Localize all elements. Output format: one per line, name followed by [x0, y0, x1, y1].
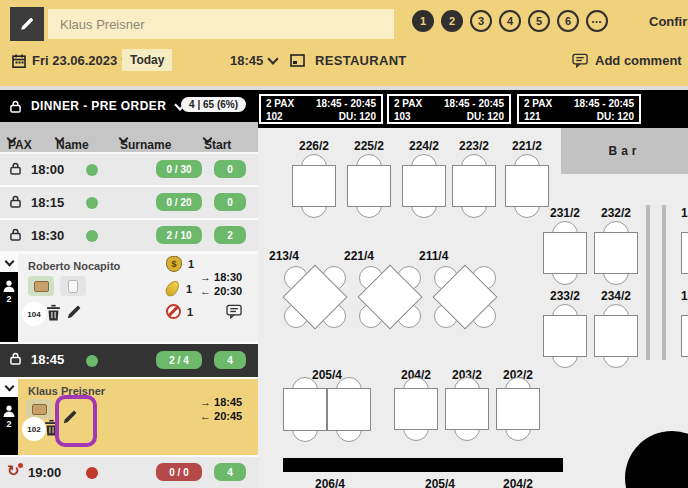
slot-time: 18:45 [31, 352, 64, 367]
confirm-button[interactable]: Confirm [649, 14, 688, 29]
step-4[interactable]: 4 [499, 10, 521, 32]
wall-divider [646, 205, 650, 360]
slot-time: 18:30 [31, 228, 64, 243]
count-badge: 0 [214, 193, 246, 211]
table-225[interactable]: 225/2 [347, 165, 391, 207]
guest-tag-corn: 1 [167, 280, 192, 297]
reservation-list: PAX Name Surname Start 18:00 0 / 30 0 18… [0, 122, 258, 488]
timeslot-row-1900[interactable]: ↻ 19:00 0 / 0 4 [0, 457, 258, 488]
reservation-card-102[interactable]: 2 PAX102 18:45 - 20:45DU: 120 [259, 94, 383, 124]
guest-card-roberto-nocapito[interactable]: 2 Roberto Nocapito 104 $ 1 1 1 [0, 254, 258, 342]
slot-time: 19:00 [28, 465, 61, 480]
calendar-icon [12, 54, 26, 68]
occupancy-badge: 4 | 65 (6%) [181, 97, 246, 112]
guest-card-klaus-preisner[interactable]: 2 Klaus Preisner 102 → 18:45 ← 20:45 [0, 379, 258, 455]
slot-time: 18:00 [31, 162, 64, 177]
timeslot-row-1845[interactable]: 18:45 2 / 4 4 [0, 344, 258, 377]
today-button[interactable]: Today [122, 49, 172, 71]
step-5[interactable]: 5 [528, 10, 550, 32]
guest-rail: 2 [0, 254, 18, 342]
capacity-badge: 2 / 4 [156, 351, 202, 369]
service-title: DINNER - PRE ORDER [31, 99, 166, 113]
venue-selector[interactable]: RESTAURANT [290, 53, 407, 68]
table-203[interactable]: 203/2 [445, 388, 489, 430]
step-1[interactable]: 1 [412, 10, 434, 32]
table-232[interactable]: 232/2 [594, 232, 638, 274]
edit-name-button[interactable] [10, 7, 44, 41]
reservation-card-103[interactable]: 2 PAX103 18:45 - 20:45DU: 120 [387, 94, 511, 124]
table-204[interactable]: 204/2 [394, 388, 438, 430]
drink-tag-icon [60, 276, 86, 296]
add-comment-button[interactable]: Add comment [572, 53, 682, 68]
food-tag-icon [26, 399, 52, 419]
date-selector[interactable]: Fri 23.06.2023 [12, 53, 131, 68]
guest-pax-count: 2 [0, 419, 18, 429]
collapse-button[interactable] [0, 254, 18, 272]
table-202[interactable]: 202/2 [496, 388, 540, 430]
chevron-down-icon [268, 53, 279, 64]
steps-more-button[interactable]: ••• [586, 10, 608, 32]
table-223[interactable]: 223/2 [452, 165, 496, 207]
step-3[interactable]: 3 [470, 10, 492, 32]
guest-times: → 18:30 ← 20:30 [200, 270, 242, 298]
step-2[interactable]: 2 [441, 10, 463, 32]
status-dot [86, 164, 98, 176]
departure-icon: ← [200, 285, 211, 297]
arrival-icon: → [200, 396, 211, 408]
table-234[interactable]: 234/2 [594, 315, 638, 357]
lock-icon [10, 162, 21, 175]
table-partial-right-bottom[interactable]: 13 [681, 315, 688, 357]
lock-icon [10, 195, 21, 208]
reservation-app: 1 2 3 4 5 6 ••• Confirm Fri 23.06.2023 T… [0, 0, 688, 488]
collapse-button[interactable] [0, 379, 18, 397]
reservation-name-input[interactable] [48, 9, 394, 39]
edit-button[interactable] [66, 304, 82, 320]
table-213[interactable]: 213/4 [282, 264, 348, 330]
pencil-icon [19, 16, 35, 32]
timeslot-row-1815[interactable]: 18:15 0 / 20 0 [0, 187, 258, 218]
table-233[interactable]: 233/2 [543, 315, 587, 357]
guest-rail: 2 [0, 379, 18, 455]
venue-label: RESTAURANT [315, 53, 407, 68]
floor-plan: Bar 226/2 225/2 224/2 223/2 221/2 231/2 [258, 128, 688, 488]
comment-icon [572, 53, 589, 68]
capacity-badge: 0 / 0 [156, 463, 202, 481]
capacity-badge: 0 / 30 [156, 160, 202, 178]
table-label-204b: 204/2 [488, 477, 548, 488]
table-211[interactable]: 211/4 [432, 264, 498, 330]
guest-times: → 18:45 ← 20:45 [200, 395, 242, 423]
table-number-badge: 104 [22, 302, 46, 326]
table-label-206: 206/4 [300, 477, 360, 488]
lock-icon [10, 352, 21, 365]
step-6[interactable]: 6 [557, 10, 579, 32]
table-205[interactable]: 205/4 [283, 388, 371, 431]
service-dropdown[interactable]: DINNER - PRE ORDER 4 | 65 (6%) [0, 90, 258, 122]
table-231[interactable]: 231/2 [543, 232, 587, 274]
floorplan-icon [290, 54, 305, 67]
guest-name: Roberto Nocapito [28, 260, 120, 272]
delete-button[interactable] [46, 304, 61, 321]
table-label-205b: 205/4 [410, 477, 470, 488]
departure-icon: ← [200, 410, 211, 422]
time-label: 18:45 [230, 53, 263, 68]
capacity-badge: 0 / 20 [156, 193, 202, 211]
edit-button[interactable] [62, 409, 78, 425]
table-226[interactable]: 226/2 [292, 165, 336, 207]
food-tag-icon [28, 276, 54, 296]
status-dot [86, 467, 98, 479]
timeslot-row-1830[interactable]: 18:30 2 / 10 2 [0, 220, 258, 251]
top-bar: 1 2 3 4 5 6 ••• Confirm Fri 23.06.2023 T… [0, 0, 688, 86]
guest-tag-money: $ 1 [166, 256, 194, 272]
list-column-header: PAX Name Surname Start [0, 122, 258, 152]
reservation-card-121[interactable]: 2 PAX121 18:45 - 20:45DU: 120 [517, 94, 641, 124]
guest-comment-button[interactable] [226, 304, 243, 319]
table-221-4[interactable]: 221/4 [357, 264, 423, 330]
time-selector[interactable]: 18:45 [230, 53, 277, 68]
lock-icon [10, 100, 21, 113]
person-icon [3, 405, 15, 417]
timeslot-row-1800[interactable]: 18:00 0 / 30 0 [0, 154, 258, 185]
table-partial-right-top[interactable]: 1 [681, 232, 688, 274]
table-221[interactable]: 221/2 [505, 165, 549, 207]
table-224[interactable]: 224/2 [402, 165, 446, 207]
reserved-tables-strip: 2 PAX102 18:45 - 20:45DU: 120 2 PAX103 1… [258, 90, 688, 128]
